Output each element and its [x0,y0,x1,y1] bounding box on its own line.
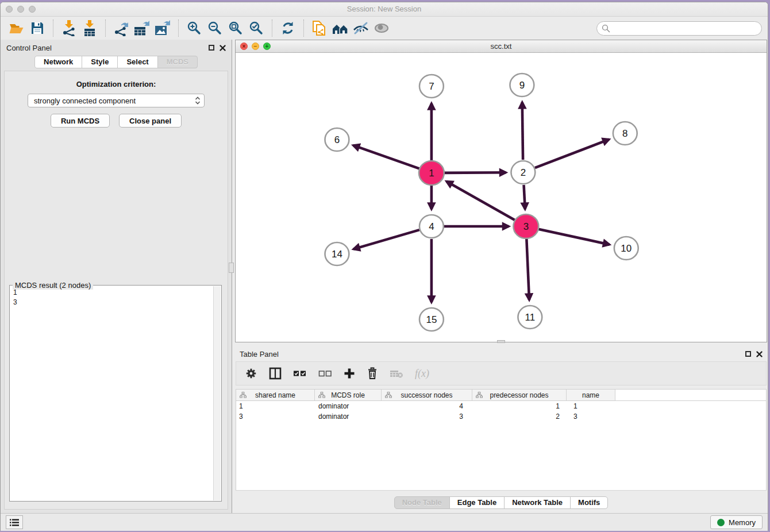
table-header-filler [615,390,766,400]
column-header-predecessor-nodes[interactable]: predecessor nodes [472,390,567,400]
mcds-result-list: 13 [10,287,213,500]
table-tabs: Node TableEdge TableNetwork TableMotifs [235,496,767,509]
first-neighbors-icon[interactable] [330,19,351,37]
show-column-panel-icon[interactable] [269,367,282,380]
toolbar-separator [272,20,272,37]
titlebar: Session: New Session [1,2,768,17]
cell-successor-nodes: 3 [382,413,472,422]
deselect-all-columns-icon[interactable] [318,369,332,377]
zoom-out-icon[interactable] [205,19,225,37]
graph-edge-3-11[interactable] [526,239,529,300]
export-table-icon[interactable] [132,19,152,37]
graph-edge-2-8[interactable] [535,140,609,168]
graph-node-label-1: 1 [429,168,434,179]
table-settings-gear-icon[interactable] [245,367,257,380]
tab-network[interactable]: Network [34,56,82,68]
table-row[interactable]: 1dominator411 [236,402,766,411]
task-history-button[interactable] [6,515,23,529]
control-panel-tabs: NetworkStyleSelectMCDS [1,56,232,68]
tab-edge-table[interactable]: Edge Table [449,496,505,509]
column-type-icon [476,392,483,399]
main-area: Control Panel NetworkStyleSelectMCDS Opt… [1,40,768,513]
table-toolbar: f(x) [236,361,767,385]
network-close-icon[interactable]: × [240,43,248,50]
graph-node-label-6: 6 [334,134,340,145]
graph-edge-2-9[interactable] [522,102,523,160]
zoom-selected-icon[interactable] [246,19,267,37]
column-header-mcds-role[interactable]: MCDS role [315,390,382,400]
float-table-panel-icon[interactable] [745,351,751,357]
column-header-shared-name[interactable]: shared name [236,390,315,400]
show-all-icon[interactable] [371,19,392,37]
float-panel-icon[interactable] [209,45,214,51]
export-image-icon[interactable] [152,19,173,37]
toolbar-separator [303,20,304,37]
tab-node-table[interactable]: Node Table [394,496,450,509]
criterion-select[interactable]: strongly connected component [28,94,205,107]
cell-name: 1 [567,402,615,411]
column-header-successor-nodes[interactable]: successor nodes [382,390,472,400]
column-header-label: name [582,391,599,399]
new-network-from-selection-icon[interactable] [309,19,330,37]
zoom-fit-icon[interactable] [225,19,246,37]
tab-style[interactable]: Style [82,56,118,68]
toolbar-separator [178,20,179,37]
column-header-label: MCDS role [331,391,365,399]
close-panel-icon[interactable] [220,45,226,51]
graph-edge-2-3[interactable] [524,185,525,209]
network-resize-handle[interactable] [497,340,505,343]
run-mcds-button[interactable]: Run MCDS [51,114,110,128]
graph-edge-1-2[interactable] [444,172,506,173]
graph-node-label-8: 8 [622,128,627,139]
create-column-plus-icon[interactable] [344,368,355,379]
network-window: × − + scc.txt 7968124314101511 [235,40,767,342]
cell-predecessor-nodes: 1 [472,402,567,411]
graph-edge-3-1[interactable] [446,182,515,220]
graph-node-label-11: 11 [525,312,536,323]
graph-edge-3-10[interactable] [538,229,610,245]
close-panel-button[interactable]: Close panel [119,114,182,128]
search-input[interactable] [596,21,762,36]
open-session-icon[interactable] [6,19,27,37]
save-session-icon[interactable] [27,19,48,37]
tab-mcds[interactable]: MCDS [157,56,198,68]
memory-button[interactable]: Memory [710,515,763,529]
panel-splitter-handle[interactable] [229,263,234,273]
column-header-name[interactable]: name [567,390,615,400]
result-item: 3 [13,298,210,307]
zoom-in-icon[interactable] [184,19,205,37]
import-table-icon[interactable] [79,19,100,37]
select-all-columns-icon[interactable] [293,369,307,377]
network-maximize-icon[interactable]: + [263,43,271,50]
graph-edge-4-14[interactable] [353,230,419,249]
status-bar: Memory [1,513,768,531]
delete-rows-trash-icon[interactable] [367,367,378,380]
table-row[interactable]: 3dominator323 [236,413,766,422]
tab-motifs[interactable]: Motifs [570,496,608,509]
toolbar-separator [53,20,53,37]
cell-mcds-role: dominator [315,413,382,422]
control-panel-header: Control Panel [1,40,232,56]
select-chevrons-icon [195,96,201,105]
import-network-icon[interactable] [59,19,79,37]
tab-network-table[interactable]: Network Table [504,496,571,509]
refresh-icon[interactable] [278,19,298,37]
graph-edge-1-6[interactable] [353,145,420,169]
hide-selected-icon[interactable] [351,19,371,37]
column-header-label: successor nodes [401,391,452,399]
result-scrollbar[interactable] [213,286,221,500]
close-table-panel-icon[interactable] [756,351,763,357]
column-header-label: shared name [255,391,295,399]
network-title: scc.txt [236,40,767,52]
network-minimize-icon[interactable]: − [252,43,259,50]
maximize-window-button[interactable] [29,6,36,13]
graph-node-label-9: 9 [519,80,525,91]
minimize-window-button[interactable] [17,6,24,13]
network-canvas[interactable]: 7968124314101511 [236,53,767,342]
export-network-icon[interactable] [111,19,132,37]
close-window-button[interactable] [6,6,13,13]
cell-predecessor-nodes: 2 [472,413,567,422]
tab-select[interactable]: Select [117,56,157,68]
column-type-icon [318,392,325,399]
function-builder-icon: f(x) [415,368,429,380]
